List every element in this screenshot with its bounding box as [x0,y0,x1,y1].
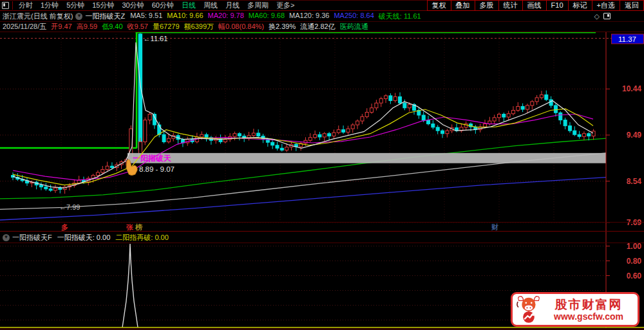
subchart-header: ▼ 一阳指破天F 一阳指破天: 0.00 二阳指再破: 0.00 [0,232,605,243]
toolbar-button[interactable]: 统计 [498,0,523,11]
candlestick-series [12,32,596,194]
stock-title: 浙江震元(日线 前复权) [3,12,73,21]
period-menu: 分时1分钟5分钟15分钟30分钟60分钟日线周线月线多周期更多> [15,1,298,10]
quote-field: 流通2.82亿 [300,22,335,32]
ma-value-label: MA60: 9.68 [249,12,285,21]
period-tab[interactable]: 30分钟 [122,1,144,10]
toolbar-button[interactable]: 多股 [475,0,499,11]
quote-field: 高9.59 [77,22,97,32]
bull-logo-icon [515,295,542,324]
quote-field: 换2.39% [269,22,296,32]
subchart-axis-label: 1.00 [627,242,642,251]
period-tab[interactable]: 日线 [182,1,196,10]
period-tab[interactable]: 多周期 [247,1,269,10]
event-marker: 财 [491,223,498,231]
quote-field: 幅0.08(0.84%) [218,22,264,32]
period-tab[interactable]: 周线 [204,1,218,10]
price-axis-label: 9.49 [627,131,642,140]
subchart-axis-label: 0.80 [627,257,642,266]
ma-value-label: MA20: 9.78 [208,12,244,21]
quote-field: 量67279 [153,22,180,32]
period-tab[interactable]: 1分钟 [41,1,59,10]
quote-field: 医药流通 [340,22,368,32]
toolbar-button[interactable]: 返回 [620,0,644,11]
quote-date: 2025/11/28/五 [3,22,46,32]
period-tab[interactable]: 月线 [225,1,240,10]
main-indicator-name[interactable]: 一阳指破天Z [85,12,125,21]
quote-bar: 2025/11/28/五 开9.47高9.59低9.40收9.57量67279额… [0,22,644,32]
divider [12,1,13,10]
ma-values: MA5: 9.51MA10: 9.66MA20: 9.78MA60: 9.68M… [130,12,426,21]
ma-value-label: MA120: 9.36 [289,12,329,21]
window-split-icon[interactable] [2,2,9,9]
band-range-label: 8.89 - 9.07 [139,165,175,173]
quote-fields: 开9.47高9.59低9.40收9.57量67279额6399万幅0.08(0.… [51,22,372,32]
watermark: 股市财富网 www.gscfw.com [511,292,639,327]
high-price-label: ←11.61 [144,35,168,42]
ma-value-label: 破天线: 11.61 [379,12,421,21]
price-axis-label: 10.44 [622,84,641,93]
period-tab[interactable]: 15分钟 [92,1,114,10]
window-icon[interactable] [603,13,611,19]
period-tab[interactable]: 更多> [276,1,294,10]
ma-value-label: MA10: 9.66 [167,12,203,21]
period-tab[interactable]: 5分钟 [66,1,84,10]
current-price-value: 11.37 [618,35,636,43]
quote-field: 收9.57 [128,22,148,32]
quote-field: 低9.40 [102,22,122,32]
ma-line-blue [0,178,606,220]
period-tab[interactable]: 分时 [19,1,33,10]
stock-app-window: { "toolbar": { "periods": ["分时","1分钟","5… [0,0,644,330]
price-axis-label: 8.54 [627,177,642,186]
quote-field: 额6399万 [184,22,214,32]
ma-value-label: MA250: 8.64 [334,12,374,21]
toolbar-button[interactable]: 复权 [427,0,451,11]
subchart-axis-label: 0.60 [627,271,642,280]
main-chart[interactable]: 一阳指破天8.89 - 9.07←11.61←7.9911.3710.449.4… [0,32,644,330]
toolbar-button[interactable]: 标记 [568,0,592,11]
subchart-indicator-name[interactable]: 一阳指破天F [12,233,52,243]
toolbar-buttons: 复权叠加多股统计画线F10标记+自选返回 [428,0,644,11]
watermark-site-name: 股市财富网 [555,298,623,311]
toolbar: 分时1分钟5分钟15分钟30分钟60分钟日线周线月线多周期更多> 复权叠加多股统… [0,0,644,11]
diamond-icon[interactable]: ◇ [594,12,600,21]
chevron-down-icon[interactable]: ▼ [75,13,82,20]
toolbar-button[interactable]: 画线 [522,0,547,11]
ma-line-white [13,42,593,188]
toolbar-button[interactable]: +自选 [592,0,620,11]
subchart-value-1: 一阳指破天: 0.00 [57,233,111,243]
signal-band [128,153,606,163]
indicator-info-bar: 浙江震元(日线 前复权) ▼ 一阳指破天Z MA5: 9.51MA10: 9.6… [0,11,644,22]
low-price-label: ←7.99 [59,203,80,211]
toolbar-button[interactable]: F10 [546,0,569,11]
quote-field: 开9.47 [51,22,71,32]
subchart-value-2: 二阳指再破: 0.00 [115,233,169,243]
watermark-url: www.gscfw.com [554,311,623,322]
period-tab[interactable]: 60分钟 [152,1,174,10]
ma-value-label: MA5: 9.51 [130,12,162,21]
toolbar-button[interactable]: 叠加 [451,0,475,11]
signal-spike [122,244,138,327]
event-marker: 张 [126,223,134,231]
chevron-down-icon[interactable]: ▼ [3,234,10,241]
event-marker: 多 [61,223,68,231]
event-marker: 榜 [135,223,142,231]
